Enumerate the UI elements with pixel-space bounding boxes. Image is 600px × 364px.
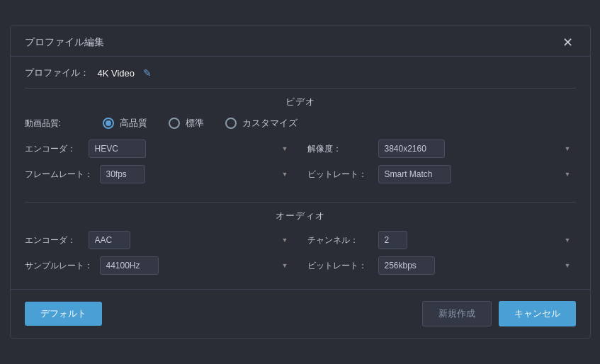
audio-section-header: オーディオ <box>11 203 590 228</box>
footer: デフォルト 新規作成 キャンセル <box>11 289 590 338</box>
quality-option-standard[interactable]: 標準 <box>169 117 204 130</box>
radio-standard <box>169 118 180 129</box>
video-resolution-select[interactable]: 3840x2160 1920x1080 1280x720 <box>378 140 445 158</box>
audio-encoder-row: エンコーダ： AAC MP3 AC3 <box>25 231 293 249</box>
video-framerate-wrapper: 30fps 60fps 24fps 25fps <box>100 165 293 183</box>
audio-samplerate-label: サンプルレート： <box>25 260 93 272</box>
audio-channel-select[interactable]: 2 1 6 <box>378 231 407 249</box>
dialog-title: プロファイル編集 <box>25 36 104 49</box>
video-encoder-wrapper: HEVC H.264 MPEG-4 <box>89 140 293 158</box>
video-framerate-label: フレームレート： <box>25 169 93 181</box>
quality-standard-label: 標準 <box>186 117 204 130</box>
profile-name: 4K Video <box>98 68 135 79</box>
video-encoder-label: エンコーダ： <box>25 143 81 155</box>
audio-bitrate-label: ビットレート： <box>307 260 371 272</box>
radio-high-inner <box>106 120 111 126</box>
audio-bitrate-select[interactable]: 256kbps 128kbps 192kbps 320kbps <box>378 256 435 275</box>
radio-high <box>103 118 114 129</box>
video-encoder-row: エンコーダ： HEVC H.264 MPEG-4 <box>25 140 293 158</box>
audio-channel-wrapper: 2 1 6 <box>378 231 576 249</box>
video-bitrate-label: ビットレート： <box>307 169 371 181</box>
quality-label: 動画品質: <box>25 118 81 130</box>
profile-row: プロファイル： 4K Video ✎ <box>11 57 590 88</box>
audio-encoder-wrapper: AAC MP3 AC3 <box>89 231 293 249</box>
video-resolution-label: 解像度： <box>307 143 371 155</box>
audio-samplerate-select[interactable]: 44100Hz 48000Hz 22050Hz <box>100 256 159 275</box>
video-framerate-select[interactable]: 30fps 60fps 24fps 25fps <box>100 165 145 183</box>
video-resolution-row: 解像度： 3840x2160 1920x1080 1280x720 <box>307 140 576 158</box>
video-bitrate-wrapper: Smart Match 8 Mbps 16 Mbps 32 Mbps <box>378 165 576 183</box>
video-bitrate-row: ビットレート： Smart Match 8 Mbps 16 Mbps 32 Mb… <box>307 165 576 183</box>
footer-right: 新規作成 キャンセル <box>422 301 576 326</box>
quality-high-label: 高品質 <box>120 117 147 130</box>
quality-option-high[interactable]: 高品質 <box>103 117 147 130</box>
audio-encoder-select[interactable]: AAC MP3 AC3 <box>89 231 130 249</box>
cancel-button[interactable]: キャンセル <box>499 301 576 326</box>
video-encoder-select[interactable]: HEVC H.264 MPEG-4 <box>89 140 146 158</box>
default-button[interactable]: デフォルト <box>25 302 102 326</box>
video-form-grid: エンコーダ： HEVC H.264 MPEG-4 解像度： 3840x2160 … <box>11 137 590 195</box>
profile-edit-dialog: プロファイル編集 ✕ プロファイル： 4K Video ✎ ビデオ 動画品質: … <box>10 25 591 339</box>
audio-bitrate-wrapper: 256kbps 128kbps 192kbps 320kbps <box>378 256 576 275</box>
edit-icon[interactable]: ✎ <box>143 67 152 79</box>
quality-custom-label: カスタマイズ <box>242 117 298 130</box>
quality-row: 動画品質: 高品質 標準 カスタマイズ <box>11 114 590 137</box>
video-section-header: ビデオ <box>11 89 590 114</box>
audio-samplerate-row: サンプルレート： 44100Hz 48000Hz 22050Hz <box>25 256 293 275</box>
profile-label: プロファイル： <box>25 67 89 79</box>
audio-samplerate-wrapper: 44100Hz 48000Hz 22050Hz <box>100 256 293 275</box>
close-button[interactable]: ✕ <box>560 36 576 49</box>
radio-custom <box>225 118 237 129</box>
audio-form-grid: エンコーダ： AAC MP3 AC3 チャンネル： 2 1 6 サン <box>11 228 590 286</box>
title-bar: プロファイル編集 ✕ <box>11 26 590 57</box>
audio-channel-label: チャンネル： <box>307 234 371 246</box>
audio-encoder-label: エンコーダ： <box>25 234 81 246</box>
video-bitrate-select[interactable]: Smart Match 8 Mbps 16 Mbps 32 Mbps <box>378 165 451 183</box>
new-button[interactable]: 新規作成 <box>422 301 492 326</box>
video-framerate-row: フレームレート： 30fps 60fps 24fps 25fps <box>25 165 293 183</box>
audio-bitrate-row: ビットレート： 256kbps 128kbps 192kbps 320kbps <box>307 256 576 275</box>
quality-option-custom[interactable]: カスタマイズ <box>225 117 298 130</box>
video-resolution-wrapper: 3840x2160 1920x1080 1280x720 <box>378 140 576 158</box>
audio-channel-row: チャンネル： 2 1 6 <box>307 231 576 249</box>
